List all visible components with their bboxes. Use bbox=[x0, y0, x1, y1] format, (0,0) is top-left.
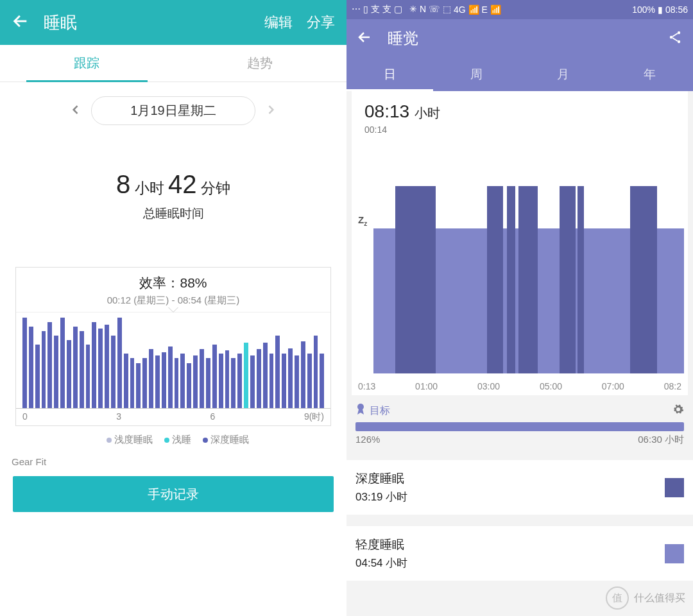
share-button[interactable]: 分享 bbox=[307, 13, 335, 32]
sleep-bar bbox=[136, 363, 141, 409]
sleep-timeline-chart[interactable]: Zz 0:13 01:00 03:00 05:00 07:00 08:2 bbox=[355, 154, 684, 391]
left-header: 睡眠 编辑 分享 bbox=[0, 0, 346, 45]
sleep-bar bbox=[270, 354, 274, 408]
gear-icon[interactable] bbox=[672, 404, 684, 418]
deep-sleep-block bbox=[518, 186, 538, 373]
tab-trend[interactable]: 趋势 bbox=[173, 45, 346, 81]
sleep-bar bbox=[92, 322, 96, 408]
device-label: Gear Fit bbox=[0, 454, 346, 476]
svg-point-2 bbox=[678, 40, 680, 43]
sleep-bar bbox=[295, 355, 299, 408]
sleep-bar bbox=[149, 349, 153, 408]
sleep-bar bbox=[98, 329, 103, 408]
sleep-bar bbox=[301, 341, 305, 408]
deep-sleep-block bbox=[578, 186, 584, 373]
date-selector: 1月19日星期二 bbox=[0, 82, 346, 132]
deep-sleep-block bbox=[395, 186, 436, 373]
right-app: ⋯ ▯ 支 支 ▢ ✳ N ☏ ⬚ 4G 📶 E 📶 100% ▮ 08:56 … bbox=[346, 0, 693, 616]
tab-week[interactable]: 周 bbox=[433, 58, 520, 91]
total-sleep-label: 总睡眠时间 bbox=[0, 205, 346, 222]
deep-sleep-block bbox=[630, 186, 657, 373]
watermark-badge: 值 bbox=[606, 586, 629, 610]
sleep-bar bbox=[142, 358, 147, 408]
battery-text: 100% bbox=[632, 4, 655, 15]
sleep-bar bbox=[67, 340, 71, 408]
ribbon-icon bbox=[355, 403, 366, 418]
right-header: 睡觉 bbox=[346, 19, 693, 58]
sleep-bar bbox=[124, 354, 128, 408]
sleep-bar bbox=[320, 354, 324, 408]
efficiency-range: 00:12 (星期三) - 08:54 (星期三) bbox=[16, 295, 330, 312]
sleep-bar bbox=[257, 349, 261, 408]
sleep-bar bbox=[250, 355, 255, 408]
sleep-bar bbox=[244, 343, 248, 408]
sleep-chart-xaxis: 0 3 6 9(时) bbox=[16, 408, 330, 425]
sleep-bar bbox=[54, 336, 58, 408]
sleep-bar bbox=[22, 318, 27, 408]
sleep-summary: 8 小时 42 分钟 总睡眠时间 bbox=[0, 132, 346, 241]
sleep-bar bbox=[35, 345, 40, 408]
sleep-bar bbox=[117, 318, 122, 408]
date-pill[interactable]: 1月19日星期二 bbox=[91, 96, 255, 125]
back-icon[interactable] bbox=[357, 30, 372, 47]
svg-point-0 bbox=[678, 31, 680, 34]
sleep-bar bbox=[80, 331, 84, 408]
left-app: 睡眠 编辑 分享 跟踪 趋势 1月19日星期二 8 小时 42 分钟 总睡眠时间… bbox=[0, 0, 346, 616]
efficiency-card: 效率：88% 00:12 (星期三) - 08:54 (星期三) 0 3 6 9… bbox=[15, 267, 331, 426]
sleep-stage-chart[interactable] bbox=[16, 312, 330, 408]
right-tabs: 日 周 月 年 bbox=[346, 58, 693, 91]
sleep-bar bbox=[231, 358, 235, 408]
sleep-bar bbox=[168, 346, 173, 408]
sleep-bar bbox=[162, 352, 166, 408]
deep-sleep-block bbox=[560, 186, 576, 373]
sleep-bar bbox=[263, 343, 268, 408]
sleep-bar bbox=[206, 358, 210, 408]
sleep-bar bbox=[187, 363, 191, 409]
sleep-bar bbox=[73, 327, 78, 408]
sleep-bar bbox=[275, 336, 280, 408]
sleep-bar bbox=[282, 354, 286, 408]
share-icon[interactable] bbox=[667, 30, 683, 47]
sleep-bar bbox=[42, 331, 46, 408]
clock: 08:56 bbox=[665, 4, 688, 15]
sleep-bar bbox=[60, 318, 65, 408]
manual-record-button[interactable]: 手动记录 bbox=[13, 476, 334, 512]
tab-day[interactable]: 日 bbox=[346, 58, 433, 91]
legend-dot-light bbox=[164, 438, 169, 443]
tab-track[interactable]: 跟踪 bbox=[0, 45, 173, 81]
deep-sleep-row[interactable]: 深度睡眠 03:19 小时 bbox=[346, 460, 693, 515]
status-bar: ⋯ ▯ 支 支 ▢ ✳ N ☏ ⬚ 4G 📶 E 📶 100% ▮ 08:56 bbox=[346, 0, 693, 19]
legend-dot-deep bbox=[203, 438, 208, 443]
goal-progress-bar bbox=[355, 422, 684, 431]
light-swatch bbox=[665, 544, 684, 563]
timeline-xaxis: 0:13 01:00 03:00 05:00 07:00 08:2 bbox=[355, 381, 684, 391]
back-icon[interactable] bbox=[12, 12, 30, 33]
left-tabs: 跟踪 趋势 bbox=[0, 45, 346, 82]
sleep-bar bbox=[219, 354, 223, 408]
next-day-icon[interactable] bbox=[264, 103, 277, 119]
goal-label: 目标 bbox=[370, 404, 390, 418]
light-sleep-row[interactable]: 轻度睡眠 04:54 小时 bbox=[346, 526, 693, 581]
svg-point-1 bbox=[670, 36, 672, 38]
goal-target: 06:30 小时 bbox=[638, 434, 684, 446]
goal-pct: 126% bbox=[355, 434, 380, 446]
sleep-bar bbox=[225, 350, 230, 408]
sleep-zz-icon: Zz bbox=[358, 214, 367, 227]
tab-month[interactable]: 月 bbox=[520, 58, 606, 91]
sleep-bar bbox=[155, 355, 160, 408]
sleep-bar bbox=[105, 325, 109, 408]
signal-icon: 📶 E 📶 bbox=[468, 4, 501, 15]
prev-day-icon[interactable] bbox=[69, 103, 82, 119]
deep-swatch bbox=[665, 478, 684, 497]
total-sleep-value: 8 小时 42 分钟 bbox=[0, 170, 346, 199]
sleep-bar bbox=[130, 358, 135, 408]
sleep-bar bbox=[180, 354, 185, 408]
tab-year[interactable]: 年 bbox=[606, 58, 693, 91]
sleep-bar bbox=[237, 354, 242, 408]
sleep-bar bbox=[29, 327, 33, 408]
sleep-bar bbox=[212, 345, 217, 408]
deep-sleep-block bbox=[487, 186, 503, 373]
sleep-bar bbox=[86, 345, 90, 408]
edit-button[interactable]: 编辑 bbox=[264, 13, 293, 32]
sleep-bar bbox=[314, 336, 318, 408]
